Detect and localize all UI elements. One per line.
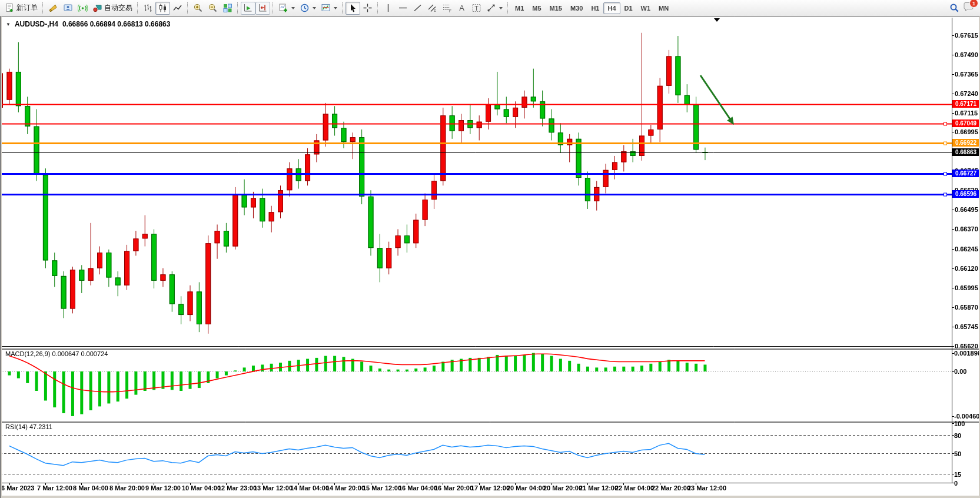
profile-button[interactable]: [61, 2, 75, 15]
new-order-icon: [5, 3, 15, 13]
arrows-tool-button[interactable]: [484, 2, 505, 15]
trendline-icon: [413, 3, 423, 13]
fibonacci-icon: F: [442, 3, 452, 13]
notification-badge: 1: [969, 0, 978, 8]
text-button[interactable]: A: [454, 2, 469, 15]
zoom-in-button[interactable]: [191, 2, 205, 15]
text-label-icon: T: [471, 3, 481, 13]
crosshair-icon: [363, 3, 373, 13]
signal-icon: [78, 3, 88, 13]
timeframe-group: M1M5M15M30H1H4D1W1MN: [511, 2, 673, 14]
clock-icon: [300, 3, 310, 13]
candlestick-icon: [158, 3, 168, 13]
signal-button[interactable]: [75, 2, 90, 15]
candlestick-chart-button[interactable]: [155, 2, 170, 15]
autotrading-label: 自动交易: [104, 3, 132, 13]
toolbar-separator: [342, 2, 343, 14]
timeframe-m30[interactable]: M30: [566, 2, 587, 14]
line-chart-icon: [172, 3, 182, 13]
tile-windows-icon: [222, 3, 232, 13]
svg-text:T: T: [474, 5, 479, 12]
vertical-line-icon: [383, 3, 393, 13]
chart-canvas[interactable]: [0, 16, 980, 498]
toolbar-separator: [237, 2, 238, 14]
horizontal-line-icon: [398, 3, 408, 13]
timeframe-d1[interactable]: D1: [620, 2, 637, 14]
text-icon: A: [457, 3, 467, 13]
new-order-button[interactable]: 新订单: [2, 2, 40, 15]
horizontal-line-button[interactable]: [396, 2, 410, 15]
templates-button[interactable]: [318, 2, 340, 15]
autotrading-button[interactable]: 自动交易: [90, 2, 135, 15]
timeframe-h1[interactable]: H1: [587, 2, 603, 14]
search-icon[interactable]: [949, 3, 959, 13]
window-left-border: [0, 16, 2, 498]
text-label-button[interactable]: T: [469, 2, 484, 15]
arrows-tool-icon: [486, 3, 496, 13]
dropdown-caret-icon: [291, 7, 295, 9]
periods-button[interactable]: [297, 2, 318, 15]
chat-button[interactable]: 1: [963, 2, 974, 14]
bar-chart-button[interactable]: [141, 2, 155, 15]
toolbar-separator: [507, 2, 509, 14]
equidistant-channel-button[interactable]: E: [425, 2, 440, 15]
quotes-button[interactable]: [46, 2, 61, 15]
fibonacci-button[interactable]: F: [440, 2, 454, 15]
vertical-line-button[interactable]: [381, 2, 396, 15]
toolbar-separator: [42, 2, 44, 14]
crosshair-button[interactable]: [360, 2, 375, 15]
new-order-label: 新订单: [16, 3, 38, 13]
zoom-out-icon: [208, 3, 218, 13]
channel-icon: E: [427, 3, 437, 13]
indicators-button[interactable]: [276, 2, 297, 15]
chart-shift-icon: [258, 3, 268, 13]
dropdown-caret-icon: [334, 7, 337, 9]
toolbar-separator: [377, 2, 378, 14]
auto-scroll-button[interactable]: [241, 2, 255, 15]
autotrading-icon: [92, 3, 102, 13]
template-chart-icon: [321, 3, 331, 13]
timeframe-m15[interactable]: M15: [546, 2, 566, 14]
chart-window: ▼ AUDUSD-,H4 0.66866 0.66894 0.66813 0.6…: [0, 16, 980, 498]
profile-icon: [63, 3, 73, 13]
svg-text:F: F: [449, 9, 451, 13]
cursor-icon: [348, 3, 358, 13]
cursor-button[interactable]: [346, 2, 360, 15]
timeframe-w1[interactable]: W1: [637, 2, 655, 14]
timeframe-m1[interactable]: M1: [511, 2, 528, 14]
trendline-button[interactable]: [410, 2, 425, 15]
svg-text:E: E: [434, 9, 436, 12]
auto-scroll-icon: [243, 3, 253, 13]
toolbar-separator: [273, 2, 274, 14]
bar-chart-icon: [143, 3, 153, 13]
svg-text:A: A: [459, 4, 464, 12]
chart-shift-button[interactable]: [255, 2, 270, 15]
toolbar: 新订单 自动交易: [0, 0, 980, 16]
timeframe-mn[interactable]: MN: [655, 2, 673, 14]
tile-windows-button[interactable]: [220, 2, 235, 15]
add-indicator-icon: [278, 3, 288, 13]
dropdown-caret-icon: [313, 7, 316, 9]
gold-horn-icon: [48, 3, 58, 13]
dropdown-caret-icon: [499, 7, 503, 9]
toolbar-separator: [137, 2, 138, 14]
zoom-out-button[interactable]: [205, 2, 220, 15]
zoom-in-icon: [193, 3, 203, 13]
timeframe-h4[interactable]: H4: [603, 2, 620, 14]
line-chart-button[interactable]: [170, 2, 185, 15]
timeframe-m5[interactable]: M5: [528, 2, 545, 14]
toolbar-separator: [187, 2, 188, 14]
